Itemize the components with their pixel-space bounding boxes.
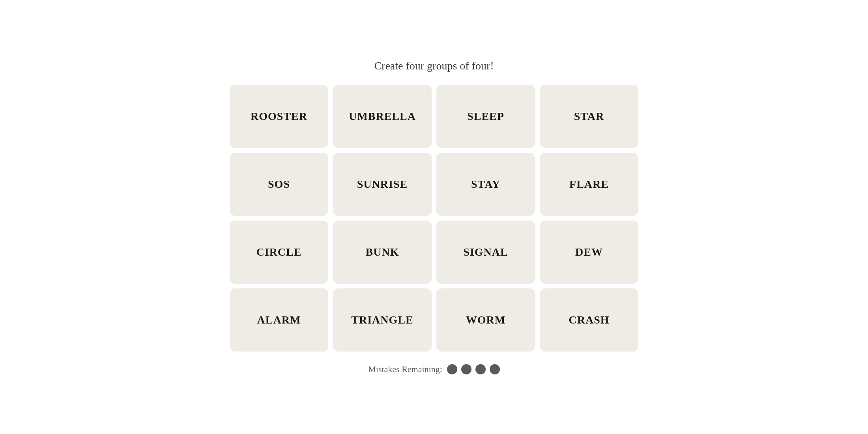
tile-label: FLARE bbox=[569, 178, 609, 191]
tile-sleep[interactable]: SLEEP bbox=[436, 85, 535, 148]
tile-label: ALARM bbox=[257, 314, 301, 326]
tile-label: SIGNAL bbox=[463, 246, 508, 258]
mistakes-row: Mistakes Remaining: bbox=[368, 364, 500, 374]
tile-star[interactable]: STAR bbox=[540, 85, 638, 148]
mistakes-dots bbox=[447, 364, 500, 374]
mistake-dot-0 bbox=[447, 364, 457, 374]
tile-label: STAR bbox=[574, 110, 604, 123]
mistake-dot-1 bbox=[461, 364, 471, 374]
tile-umbrella[interactable]: UMBRELLA bbox=[333, 85, 432, 148]
tile-label: SLEEP bbox=[467, 110, 504, 123]
mistake-dot-3 bbox=[490, 364, 500, 374]
subtitle: Create four groups of four! bbox=[374, 60, 494, 72]
tile-crash[interactable]: CRASH bbox=[540, 288, 638, 352]
tile-alarm[interactable]: ALARM bbox=[230, 288, 328, 352]
tile-grid: ROOSTERUMBRELLASLEEPSTARSOSSUNRISESTAYFL… bbox=[230, 85, 638, 352]
mistakes-label: Mistakes Remaining: bbox=[368, 364, 442, 374]
tile-label: SUNRISE bbox=[357, 178, 408, 191]
tile-label: BUNK bbox=[366, 246, 399, 258]
tile-label: UMBRELLA bbox=[349, 110, 416, 123]
tile-flare[interactable]: FLARE bbox=[540, 153, 638, 216]
tile-label: CIRCLE bbox=[256, 246, 302, 258]
mistake-dot-2 bbox=[475, 364, 486, 374]
tile-label: DEW bbox=[575, 246, 603, 258]
tile-bunk[interactable]: BUNK bbox=[333, 221, 432, 284]
tile-label: ROOSTER bbox=[251, 110, 307, 123]
tile-sos[interactable]: SOS bbox=[230, 153, 328, 216]
tile-label: CRASH bbox=[569, 314, 609, 326]
tile-stay[interactable]: STAY bbox=[436, 153, 535, 216]
game-container: Create four groups of four! ROOSTERUMBRE… bbox=[217, 60, 651, 374]
tile-triangle[interactable]: TRIANGLE bbox=[333, 288, 432, 352]
tile-sunrise[interactable]: SUNRISE bbox=[333, 153, 432, 216]
tile-dew[interactable]: DEW bbox=[540, 221, 638, 284]
tile-worm[interactable]: WORM bbox=[436, 288, 535, 352]
tile-circle[interactable]: CIRCLE bbox=[230, 221, 328, 284]
tile-rooster[interactable]: ROOSTER bbox=[230, 85, 328, 148]
tile-signal[interactable]: SIGNAL bbox=[436, 221, 535, 284]
tile-label: TRIANGLE bbox=[351, 314, 413, 326]
tile-label: WORM bbox=[466, 314, 505, 326]
tile-label: STAY bbox=[471, 178, 500, 191]
tile-label: SOS bbox=[268, 178, 290, 191]
